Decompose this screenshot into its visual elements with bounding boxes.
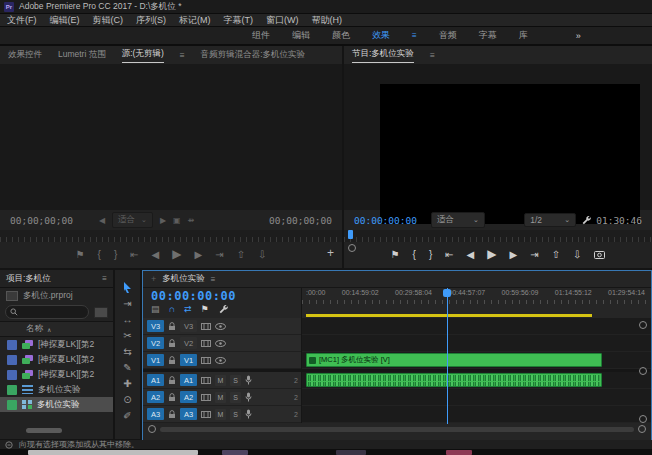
play-icon[interactable]: ▶ (172, 247, 181, 261)
timeline-panel-menu-icon[interactable]: ≡ (211, 275, 216, 284)
next-edit-icon[interactable]: ▶ (160, 216, 166, 225)
timeline-timecode[interactable]: 00:00:00:00 (151, 289, 301, 303)
overwrite-icon[interactable]: ⇩ (258, 249, 266, 260)
menu-markers[interactable]: 标记(M) (179, 14, 211, 27)
extract-icon[interactable]: ⇩ (573, 249, 581, 260)
track-v3-content[interactable] (302, 318, 651, 335)
mute-button[interactable]: M (215, 375, 226, 386)
source-timecode[interactable]: 00;00;00;00 (10, 215, 73, 226)
workspace-titles[interactable]: 字幕 (479, 29, 497, 42)
project-panel-menu-icon[interactable]: ≡ (102, 274, 107, 283)
track-v1-content[interactable]: [MC1] 多机位实验 [V] (302, 352, 651, 369)
program-panel-menu-icon[interactable]: ≡ (430, 50, 435, 60)
tab-lumetri-scopes[interactable]: Lumetri 范围 (58, 49, 106, 61)
slip-tool-icon[interactable]: ⇆ (123, 347, 131, 357)
menu-window[interactable]: 窗口(W) (266, 14, 299, 27)
mute-button[interactable]: M (215, 392, 226, 403)
insert-icon[interactable]: ⇧ (237, 249, 245, 260)
sync-lock-icon[interactable] (201, 410, 211, 419)
toggle-track-output-eye-icon[interactable] (215, 323, 226, 330)
menu-clip[interactable]: 剪辑(C) (93, 14, 124, 27)
track-v2-content[interactable] (302, 335, 651, 352)
sync-lock-icon[interactable] (201, 322, 211, 331)
track-select-forward-tool-icon[interactable]: ⇥ (123, 299, 131, 309)
mark-out-icon[interactable]: } (429, 249, 432, 260)
export-frame-camera-icon[interactable] (594, 250, 605, 259)
workspace-effects[interactable]: 效果 (372, 29, 390, 42)
program-scrub-bar[interactable] (344, 230, 652, 242)
toggle-track-output-eye-icon[interactable] (215, 340, 226, 347)
lift-icon[interactable]: ⇧ (552, 249, 560, 260)
solo-button[interactable]: S (230, 375, 241, 386)
track-target-v2[interactable]: V2 (180, 337, 197, 349)
sync-lock-icon[interactable] (201, 393, 211, 402)
go-to-in-icon[interactable]: ⇤ (130, 249, 138, 260)
program-resolution-dropdown[interactable]: 1/2 ⌄ (524, 213, 576, 227)
tab-project[interactable]: 项目:多机位 (6, 273, 51, 285)
scrollbar-thumb[interactable] (160, 427, 634, 432)
source-fit-dropdown[interactable]: 适合 ⌄ (112, 212, 153, 228)
title-bar[interactable]: Pr Adobe Premiere Pro CC 2017 - D:\多机位 * (0, 0, 652, 14)
vertical-scroll-handle-top[interactable] (639, 321, 647, 329)
settings-icon[interactable]: ▣ (173, 216, 181, 225)
sync-lock-icon[interactable] (201, 376, 211, 385)
time-ruler[interactable]: :00:00 00:14:59:02 00:29:58:04 00:44:57:… (301, 288, 651, 318)
vertical-scroll-handle-mid[interactable] (639, 367, 647, 375)
go-to-out-icon[interactable]: ⇥ (215, 249, 223, 260)
lock-icon[interactable] (168, 339, 176, 348)
lock-icon[interactable] (168, 376, 176, 385)
tab-effect-controls[interactable]: 效果控件 (8, 49, 42, 61)
workspace-overflow-icon[interactable]: » (576, 31, 581, 41)
mute-button[interactable]: M (215, 409, 226, 420)
track-a3-content[interactable] (302, 406, 651, 423)
workspace-audio[interactable]: 音频 (439, 29, 457, 42)
track-target-v1[interactable]: V1 (180, 354, 197, 366)
track-a1-content[interactable] (302, 372, 651, 389)
add-marker-icon[interactable]: ⚑ (391, 249, 400, 260)
project-horizontal-scrollbar[interactable] (26, 428, 62, 433)
sync-lock-icon[interactable] (201, 356, 211, 365)
go-to-in-icon[interactable]: ⇤ (445, 249, 453, 260)
menu-titles[interactable]: 字幕(T) (224, 14, 254, 27)
selection-tool-icon[interactable] (123, 282, 132, 293)
add-marker-icon[interactable]: ⚑ (76, 249, 85, 260)
track-target-v3[interactable]: V3 (180, 320, 197, 332)
workspace-assembly[interactable]: 组件 (252, 29, 270, 42)
source-patch-a3[interactable]: A3 (147, 408, 164, 420)
vertical-scroll-handle-bottom[interactable] (639, 415, 647, 423)
mark-out-icon[interactable]: } (114, 249, 117, 260)
play-icon[interactable]: ▶ (487, 247, 496, 261)
source-patch-v2[interactable]: V2 (147, 337, 164, 349)
tab-audio-clip-mixer[interactable]: 音频剪辑混合器:多机位实验 (201, 49, 305, 61)
source-patch-v3[interactable]: V3 (147, 320, 164, 332)
nest-toggle-icon[interactable]: ▤ (151, 304, 160, 314)
razor-tool-icon[interactable]: ✂ (123, 331, 131, 341)
menu-help[interactable]: 帮助(H) (312, 14, 343, 27)
mark-in-icon[interactable]: { (98, 249, 101, 260)
lock-icon[interactable] (168, 322, 176, 331)
search-input[interactable] (5, 305, 89, 319)
program-playhead[interactable] (348, 230, 353, 239)
workspace-editing[interactable]: 编辑 (292, 29, 310, 42)
lock-icon[interactable] (168, 410, 176, 419)
project-item-merged-clip-3[interactable]: [神探夏LK][第2 (0, 367, 113, 382)
snap-icon[interactable]: ∩ (169, 304, 175, 314)
voiceover-mic-icon[interactable] (245, 409, 252, 419)
pen-tool-icon[interactable]: ✎ (123, 363, 131, 373)
zoom-handle-left[interactable] (148, 425, 156, 433)
source-scrub-bar[interactable] (0, 230, 342, 242)
menu-sequence[interactable]: 序列(S) (136, 14, 166, 27)
media-browser-icon[interactable] (94, 307, 108, 318)
project-item-multicam[interactable]: 多机位实验 (0, 397, 113, 412)
lock-icon[interactable] (168, 393, 176, 402)
workspace-menu-icon[interactable]: ≡ (412, 31, 417, 40)
step-back-icon[interactable]: ◀ (467, 249, 475, 260)
video-clip[interactable]: [MC1] 多机位实验 [V] (306, 353, 602, 367)
drag-video-icon[interactable]: ⇻ (188, 216, 195, 225)
solo-button[interactable]: S (230, 409, 241, 420)
timeline-horizontal-scrollbar[interactable] (143, 423, 651, 435)
project-file-row[interactable]: 多机位.prproj (0, 288, 113, 303)
go-to-out-icon[interactable]: ⇥ (530, 249, 538, 260)
zoom-handle-right[interactable] (638, 425, 646, 433)
solo-button[interactable]: S (230, 392, 241, 403)
